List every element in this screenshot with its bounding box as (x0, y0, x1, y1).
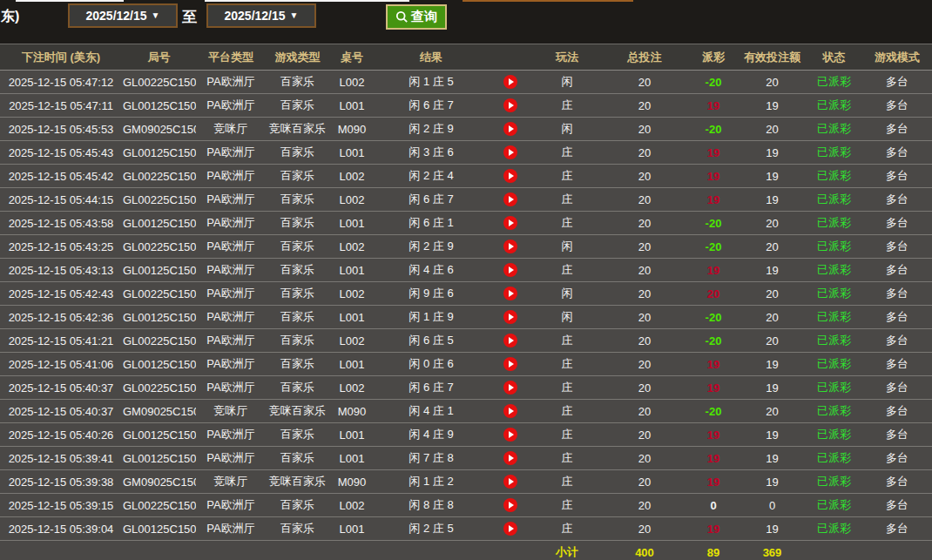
play-icon[interactable] (503, 381, 517, 395)
subtotal-row-payout: 89 (688, 541, 739, 560)
play-button-cell[interactable] (488, 470, 533, 494)
play-button-cell[interactable] (488, 141, 533, 165)
total-bet: 20 (601, 376, 688, 400)
play-button-cell[interactable] (488, 329, 533, 353)
bet-time: 2025-12-15 05:40:37 (0, 376, 122, 400)
valid-bet: 19 (739, 165, 806, 188)
play-triangle (509, 361, 514, 368)
play-button-cell[interactable] (488, 235, 533, 259)
play-icon[interactable] (503, 145, 517, 159)
table-no: L001 (329, 447, 375, 470)
result: 闲 1 庄 9 (375, 306, 488, 329)
table-no: L002 (329, 71, 375, 94)
result: 闲 9 庄 6 (375, 282, 488, 306)
play-button-cell[interactable] (488, 259, 533, 282)
play-icon[interactable] (503, 334, 517, 347)
play-triangle (509, 149, 514, 156)
play-button-cell[interactable] (488, 400, 533, 423)
game-mode: 多台 (862, 447, 932, 470)
play-button-cell[interactable] (488, 282, 533, 306)
play-type: 庄 (533, 494, 601, 517)
table-row: 2025-12-15 05:41:21GL00225C150CCPA欧洲厅百家乐… (0, 329, 932, 353)
status-badge: 已派彩 (806, 306, 862, 329)
total-bet: 20 (601, 353, 688, 376)
play-button-cell[interactable] (488, 447, 533, 470)
play-button-cell[interactable] (488, 71, 533, 94)
play-button-cell[interactable] (488, 376, 533, 400)
bet-time: 2025-12-15 05:42:43 (0, 282, 122, 306)
play-button-cell[interactable] (488, 423, 533, 447)
table-no: L002 (329, 165, 375, 188)
play-icon[interactable] (503, 169, 517, 183)
bet-time: 2025-12-15 05:43:13 (0, 259, 122, 282)
game-no: GL00225C150CE (122, 282, 196, 306)
game-mode: 多台 (862, 118, 932, 141)
play-icon[interactable] (503, 263, 517, 277)
table-no: L001 (329, 141, 375, 165)
game-no: GM09025C1509Q (122, 470, 196, 494)
play-button-cell[interactable] (488, 165, 533, 188)
table-row: 2025-12-15 05:41:06GL00125C150CIPA欧洲厅百家乐… (0, 353, 932, 376)
play-button-cell[interactable] (488, 353, 533, 376)
valid-bet: 19 (739, 141, 806, 165)
game-type: 百家乐 (266, 165, 329, 188)
bet-time: 2025-12-15 05:44:15 (0, 188, 122, 212)
play-icon[interactable] (503, 357, 517, 371)
column-header: 桌号 (329, 44, 375, 71)
valid-bet: 20 (739, 212, 806, 235)
play-button-cell[interactable] (488, 306, 533, 329)
bet-time: 2025-12-15 05:41:06 (0, 353, 122, 376)
play-icon[interactable] (503, 404, 517, 418)
play-icon[interactable] (503, 75, 517, 89)
play-icon[interactable] (503, 451, 517, 465)
play-type: 庄 (533, 212, 601, 235)
game-type: 竞咪百家乐 (266, 400, 329, 423)
game-mode: 多台 (862, 353, 932, 376)
play-icon[interactable] (503, 192, 517, 206)
game-no: GL00125C150CQ (122, 94, 196, 118)
total-bet: 20 (601, 400, 688, 423)
result: 闲 7 庄 8 (375, 447, 488, 470)
play-icon[interactable] (503, 287, 517, 300)
play-icon[interactable] (503, 240, 517, 253)
play-button-cell[interactable] (488, 494, 533, 517)
bet-time: 2025-12-15 05:39:15 (0, 494, 122, 517)
game-type: 百家乐 (266, 376, 329, 400)
play-icon[interactable] (503, 428, 517, 442)
play-button-cell[interactable] (488, 517, 533, 541)
play-icon[interactable] (503, 98, 517, 112)
top-divider-segment (205, 0, 409, 2)
bet-time: 2025-12-15 05:45:42 (0, 165, 122, 188)
play-triangle (509, 102, 514, 109)
platform-type: 竞咪厅 (196, 118, 266, 141)
game-type: 百家乐 (266, 447, 329, 470)
to-label: 至 (182, 7, 197, 27)
play-icon[interactable] (503, 122, 517, 136)
game-type: 百家乐 (266, 423, 329, 447)
date-from-select[interactable]: 2025/12/15 ▼ (68, 3, 178, 28)
table-no: L002 (329, 329, 375, 353)
table-no: L001 (329, 423, 375, 447)
game-type: 百家乐 (266, 282, 329, 306)
total-bet: 20 (601, 517, 688, 541)
play-button-cell[interactable] (488, 94, 533, 118)
date-to-select[interactable]: 2025/12/15 ▼ (206, 3, 316, 28)
play-button-cell[interactable] (488, 118, 533, 141)
query-button[interactable]: 查询 (386, 4, 447, 30)
status-badge: 已派彩 (806, 71, 862, 94)
play-icon[interactable] (503, 310, 517, 324)
play-icon[interactable] (503, 216, 517, 230)
play-type: 闲 (533, 282, 601, 306)
play-icon[interactable] (503, 498, 517, 512)
play-icon[interactable] (503, 475, 517, 489)
platform-type: PA欧洲厅 (196, 141, 266, 165)
play-triangle (509, 243, 514, 250)
table-row: 2025-12-15 05:40:37GL00225C150CBPA欧洲厅百家乐… (0, 376, 932, 400)
play-button-cell[interactable] (488, 212, 533, 235)
payout: 19 (688, 517, 739, 541)
game-no: GL00225C150CB (122, 376, 196, 400)
play-button-cell[interactable] (488, 188, 533, 212)
game-type: 百家乐 (266, 259, 329, 282)
table-no: M090 (329, 400, 375, 423)
play-icon[interactable] (503, 522, 517, 536)
